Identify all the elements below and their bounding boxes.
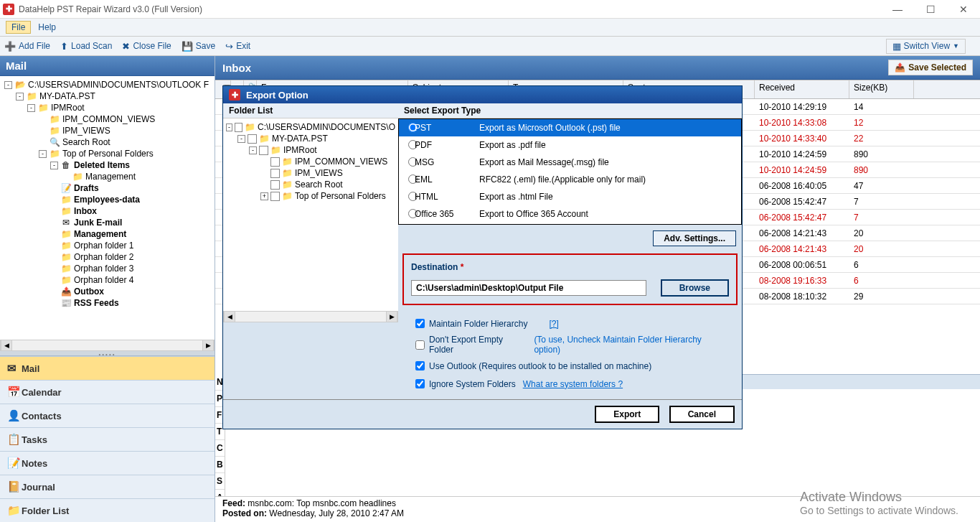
tree-item[interactable]: 📁Management <box>1 171 213 182</box>
tree-checkbox[interactable] <box>235 123 242 132</box>
export-type-pst[interactable]: PSTExport as Microsoft Outlook (.pst) fi… <box>399 119 741 136</box>
expand-icon[interactable]: - <box>226 123 232 131</box>
nav-calendar[interactable]: 📅Calendar <box>0 380 215 404</box>
tree-item[interactable]: -🗑Deleted Items <box>1 159 213 171</box>
dialog-tree-item[interactable]: 📁IPM_COMMON_VIEWS <box>226 156 395 167</box>
expand-icon[interactable]: - <box>50 162 58 169</box>
folder-icon: 📁 <box>37 103 49 113</box>
tree-item[interactable]: 📁Inbox <box>1 205 213 217</box>
expand-icon[interactable]: - <box>4 81 12 89</box>
dialog-tree-item[interactable]: 📁Search Root <box>226 179 395 190</box>
folder-tree[interactable]: -📂C:\USERS\ADMIN\DOCUMENTS\OUTLOOK F-📁MY… <box>0 76 215 340</box>
nav-tasks[interactable]: 📋Tasks <box>0 427 215 451</box>
export-type-eml[interactable]: EMLRFC822 (.eml) file.(Applicable only f… <box>399 171 741 188</box>
cancel-button[interactable]: Cancel <box>669 406 735 423</box>
dialog-tree-item[interactable]: -📁IPMRoot <box>226 144 395 156</box>
close-button[interactable]: ✕ <box>947 0 980 19</box>
tree-label: Inbox <box>74 206 97 216</box>
use-outlook-checkbox[interactable] <box>415 361 425 370</box>
nav-folder-list[interactable]: 📁Folder List <box>0 498 215 522</box>
tree-item[interactable]: 📝Drafts <box>1 182 213 194</box>
menu-file[interactable]: File <box>6 21 31 34</box>
tree-label: Orphan folder 3 <box>74 264 133 274</box>
expand-icon[interactable]: - <box>39 150 47 158</box>
maintain-hierarchy-checkbox[interactable] <box>415 319 425 328</box>
folder-icon: 📁 <box>26 91 37 101</box>
nav-journal[interactable]: 📔Journal <box>0 475 215 498</box>
tree-checkbox[interactable] <box>259 146 268 155</box>
tree-item[interactable]: -📁MY-DATA.PST <box>1 90 213 102</box>
nav-mail[interactable]: ✉Mail <box>0 356 215 380</box>
export-button[interactable]: Export <box>595 406 659 423</box>
col-received[interactable]: Received <box>755 80 849 98</box>
tree-item[interactable]: 📤Outbox <box>1 286 213 297</box>
destination-input[interactable] <box>411 280 646 296</box>
tree-item[interactable]: 📁Employees-data <box>1 194 213 205</box>
tree-label: Employees-data <box>74 195 140 205</box>
tree-checkbox[interactable] <box>270 192 280 201</box>
tree-checkbox[interactable] <box>248 134 257 144</box>
export-type-msg[interactable]: MSGExport as Mail Message(.msg) file <box>399 154 741 171</box>
minimize-button[interactable]: — <box>881 0 914 19</box>
dialog-titlebar: ✚ Export Option <box>223 86 742 103</box>
expand-icon[interactable]: - <box>237 135 245 143</box>
exit-button[interactable]: ↪Exit <box>225 41 250 52</box>
export-type-html[interactable]: HTMLExport as .html File <box>399 188 741 205</box>
expand-icon[interactable]: - <box>249 146 257 154</box>
empty-hint: (To use, Uncheck Maintain Folder Hierarc… <box>534 335 727 355</box>
dialog-icon: ✚ <box>229 89 240 101</box>
system-folders-link[interactable]: What are system folders ? <box>523 379 623 389</box>
switch-view-button[interactable]: ▦Switch View ▼ <box>886 39 966 54</box>
help-link[interactable]: [?] <box>549 319 558 329</box>
expand-icon[interactable]: - <box>27 104 35 112</box>
close-file-button[interactable]: ✖Close File <box>122 41 171 52</box>
tree-item[interactable]: 📁Orphan folder 4 <box>1 274 213 286</box>
tree-item[interactable]: 🔍Search Root <box>1 136 213 148</box>
tree-item[interactable]: -📂C:\USERS\ADMIN\DOCUMENTS\OUTLOOK F <box>1 79 213 90</box>
dialog-tree-item[interactable]: +📁Top of Personal Folders <box>226 190 395 202</box>
tree-checkbox[interactable] <box>270 180 280 190</box>
tree-item[interactable]: 📁Orphan folder 2 <box>1 251 213 263</box>
tree-item[interactable]: 📁IPM_VIEWS <box>1 125 213 136</box>
ignore-system-checkbox[interactable] <box>415 379 425 388</box>
tree-hscroll[interactable]: ◀▶ <box>0 340 215 351</box>
tree-checkbox[interactable] <box>270 157 280 167</box>
nav-icon: 👤 <box>7 409 22 422</box>
save-selected-button[interactable]: 📤Save Selected <box>888 60 973 75</box>
tree-checkbox[interactable] <box>270 169 280 178</box>
col-size[interactable]: Size(KB) <box>849 80 914 98</box>
titlebar-text: DataHelp PST Repair Wizard v3.0 (Full Ve… <box>19 4 202 14</box>
folder-tree-hscroll[interactable]: ◀▶ <box>223 311 398 322</box>
adv-settings-button[interactable]: Adv. Settings... <box>653 230 736 246</box>
tree-item[interactable]: 📁Management <box>1 228 213 240</box>
dialog-tree-item[interactable]: -📁MY-DATA.PST <box>226 133 395 144</box>
dialog-tree-item[interactable]: 📁IPM_VIEWS <box>226 167 395 179</box>
expand-icon[interactable]: + <box>260 192 268 200</box>
outlook-label: Use Outlook (Requires outlook to be inst… <box>429 361 651 371</box>
export-type-office365[interactable]: Office 365Export to Office 365 Account <box>399 205 741 223</box>
tree-item[interactable]: -📁Top of Personal Folders <box>1 148 213 159</box>
maximize-button[interactable]: ☐ <box>914 0 947 19</box>
dialog-tree-item[interactable]: -📁C:\USERS\ADMIN\DOCUMENTS\O <box>226 121 395 133</box>
empty-folder-checkbox[interactable] <box>415 340 425 350</box>
tree-item[interactable]: 📁IPM_COMMON_VIEWS <box>1 113 213 125</box>
menu-help[interactable]: Help <box>32 21 62 34</box>
nav-notes[interactable]: 📝Notes <box>0 451 215 475</box>
nav-contacts[interactable]: 👤Contacts <box>0 404 215 427</box>
ignore-label: Ignore System Folders <box>429 379 516 389</box>
tree-item[interactable]: ✉Junk E-mail <box>1 217 213 228</box>
tree-item[interactable]: 📰RSS Feeds <box>1 297 213 309</box>
required-star: * <box>461 262 464 272</box>
dialog-folder-tree[interactable]: -📁C:\USERS\ADMIN\DOCUMENTS\O-📁MY-DATA.PS… <box>223 118 398 311</box>
tree-item[interactable]: 📁Orphan folder 1 <box>1 240 213 251</box>
add-file-button[interactable]: ➕Add File <box>4 41 50 52</box>
expand-icon[interactable]: - <box>16 93 24 101</box>
tree-label: Junk E-mail <box>74 218 122 228</box>
browse-button[interactable]: Browse <box>661 279 729 297</box>
tree-item[interactable]: -📁IPMRoot <box>1 102 213 113</box>
load-scan-button[interactable]: ⬆Load Scan <box>60 41 112 52</box>
export-type-pdf[interactable]: PDFExport as .pdf file <box>399 136 741 154</box>
tree-item[interactable]: 📁Orphan folder 3 <box>1 263 213 274</box>
export-type-list[interactable]: PSTExport as Microsoft Outlook (.pst) fi… <box>398 118 742 225</box>
save-button[interactable]: 💾Save <box>182 41 215 52</box>
